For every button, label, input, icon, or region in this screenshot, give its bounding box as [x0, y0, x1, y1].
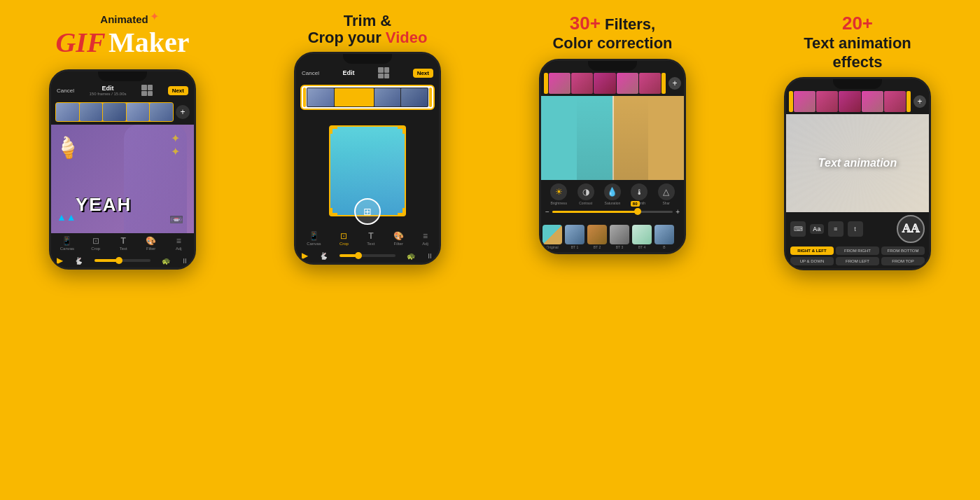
panel2-crop: Crop your: [308, 29, 386, 46]
edit-title-2: Edit: [342, 69, 354, 76]
next-btn-1[interactable]: Next: [168, 86, 188, 95]
phone3-notch: [588, 61, 637, 71]
saturation-item[interactable]: 💧 Saturation: [604, 183, 621, 205]
canvas-label: Canvas: [60, 246, 74, 251]
filter-row-3: Original BT 1 BT 2 BT 3 BT 4: [541, 222, 684, 252]
toolbar-canvas-2[interactable]: 📱 Canvas: [307, 231, 321, 246]
playback-bar-1: ▶ 🐇 🐢 ⏸: [51, 254, 194, 268]
text-label: Text: [120, 246, 127, 251]
play-icon-1[interactable]: ▶: [57, 256, 63, 265]
effect-from-left[interactable]: FROM LEFT: [836, 257, 879, 265]
progress-dot-2: [340, 254, 396, 257]
grid-icon-1: [141, 85, 153, 96]
panel4-line3: effects: [833, 53, 883, 71]
filter-b[interactable]: B: [654, 225, 674, 249]
canvas-icon: 📱: [61, 236, 74, 246]
panel1-gif: GIF: [55, 27, 105, 58]
tools-row-4: ⌨ Aa ≡ t 𝔸𝔸: [790, 215, 925, 243]
panel-1: Animated ✦ GIF Maker Cancel Edit 150 fra…: [0, 0, 245, 500]
frame-1d: [127, 103, 150, 121]
edit-subtitle-1: 150 frames / 15.00s: [89, 92, 126, 96]
font-aa-btn[interactable]: Aa: [810, 224, 824, 234]
lines-icon[interactable]: ≡: [828, 221, 844, 237]
panel1-title: Animated ✦ GIF Maker: [55, 13, 189, 60]
pause-icon-1[interactable]: ⏸: [181, 257, 188, 265]
woman-figure: [124, 125, 187, 233]
plus-btn-3[interactable]: +: [676, 208, 680, 216]
film-frame-4b: [816, 91, 838, 112]
phone3-screen: + ☀ Brightness ◑ Contrast: [541, 61, 684, 252]
cancel-btn-1[interactable]: Cancel: [57, 88, 74, 94]
effect-from-right-label: FROM RIGHT: [844, 249, 871, 253]
contrast-item[interactable]: ◑ Contrast: [578, 183, 594, 205]
yeah-text: YEAH: [76, 194, 132, 216]
keyboard-icon[interactable]: ⌨: [790, 221, 806, 237]
film-handle-right-4: [906, 91, 911, 112]
effect-up-down[interactable]: UP & DOWN: [790, 257, 834, 265]
toolbar-filter-2[interactable]: 🎨 Filter: [393, 231, 404, 246]
crop-tool-circle[interactable]: ⊞: [354, 198, 381, 225]
play-icon-2[interactable]: ▶: [302, 251, 308, 261]
phone4-screen: + Text animation ⌨ Aa ≡ t 𝔸𝔸: [786, 79, 929, 268]
bottom-toolbar-2: 📱 Canvas ⊡ Crop T Text 🎨 Filter ≡ Ad: [296, 228, 439, 249]
preview-3: [541, 96, 684, 180]
slider-thumb-3[interactable]: [634, 208, 641, 215]
toolbar-canvas-1[interactable]: 📱 Canvas: [60, 236, 74, 251]
next-btn-2[interactable]: Next: [413, 69, 433, 78]
toolbar-adj-2[interactable]: ≡ Adj: [422, 231, 428, 246]
t-icon[interactable]: t: [848, 221, 863, 237]
sharpness-item[interactable]: △ Shar: [658, 183, 675, 205]
adj-icons-row: ☀ Brightness ◑ Contrast 💧 Saturation 🌡 W…: [545, 183, 680, 205]
sticker-mountains: ▲▲: [57, 211, 76, 223]
filter-bt4[interactable]: BT 4: [632, 225, 652, 249]
filter-bt2[interactable]: BT 2: [587, 225, 607, 249]
effect-right-left[interactable]: RIGHT & LEFT: [790, 246, 834, 255]
panel3-filters: Filters,: [605, 15, 655, 33]
panel-2: Trim & Crop your Video Cancel Edit Next: [245, 0, 490, 500]
playback-bar-2: ▶ 🐇 🐢 ⏸: [296, 249, 439, 263]
preview-1: 🍦 ✦✦ ▲▲ 📼 YEAH: [51, 125, 194, 233]
filter-label-bt2: BT 2: [594, 245, 601, 249]
film-handle-left-3: [544, 73, 548, 94]
toolbar-crop-1[interactable]: ⊡ Crop: [90, 236, 102, 251]
film-frame-3e: [639, 73, 661, 94]
panel3-title: 30+ Filters, Color correction: [552, 13, 672, 53]
film-frame-3d: [617, 73, 638, 94]
slider-track-3[interactable]: 80: [552, 211, 673, 213]
filter-bt1[interactable]: BT 1: [565, 225, 584, 249]
add-btn-1[interactable]: +: [176, 105, 190, 119]
toolbar-text-1[interactable]: T Text: [117, 236, 130, 251]
sticker-icecream: 🍦: [52, 133, 83, 162]
effect-from-top[interactable]: FROM TOP: [881, 257, 925, 265]
filter-thumb-bt1: [565, 225, 584, 244]
adj-icon: ≡: [172, 236, 185, 246]
minus-btn-3[interactable]: −: [545, 208, 550, 216]
slider-fill-3: [552, 211, 637, 213]
filter-original[interactable]: Original: [542, 225, 562, 249]
toolbar-filter-1[interactable]: 🎨 Filter: [145, 236, 158, 251]
large-aa-btn[interactable]: 𝔸𝔸: [897, 215, 925, 243]
filter-thumb-bt4: [632, 225, 652, 244]
preview-2: ⊞: [296, 113, 439, 228]
phone1-screen: Cancel Edit 150 frames / 15.00s Next: [51, 71, 194, 268]
turtle-icon-1: 🐢: [162, 257, 170, 265]
crop-icon: ⊡: [90, 236, 102, 246]
toolbar-crop-2-active[interactable]: ⊡ Crop: [340, 231, 349, 246]
text-anim-preview: Text animation: [786, 114, 929, 212]
toolbar-text-2[interactable]: T Text: [367, 231, 374, 246]
filter-thumb-bt2: [587, 225, 607, 244]
filter-label-original: Original: [546, 245, 558, 249]
pause-icon-2[interactable]: ⏸: [426, 252, 433, 260]
film-add-btn-3[interactable]: +: [668, 77, 681, 90]
panel3-correction: Color correction: [552, 34, 672, 52]
filter-bt3[interactable]: BT 3: [610, 225, 629, 249]
brightness-item[interactable]: ☀ Brightness: [550, 183, 567, 205]
film-add-btn-4[interactable]: +: [913, 95, 926, 108]
toolbar-adj-1[interactable]: ≡ Adj: [172, 236, 185, 251]
effect-from-bottom[interactable]: FROM BOTTOM: [881, 246, 925, 255]
cancel-btn-2[interactable]: Cancel: [302, 70, 319, 76]
rabbit-icon-2: 🐇: [319, 252, 328, 260]
saturation-label: Saturation: [605, 201, 621, 205]
effect-from-right[interactable]: FROM RIGHT: [836, 246, 879, 255]
crop-label-2: Crop: [340, 242, 349, 246]
